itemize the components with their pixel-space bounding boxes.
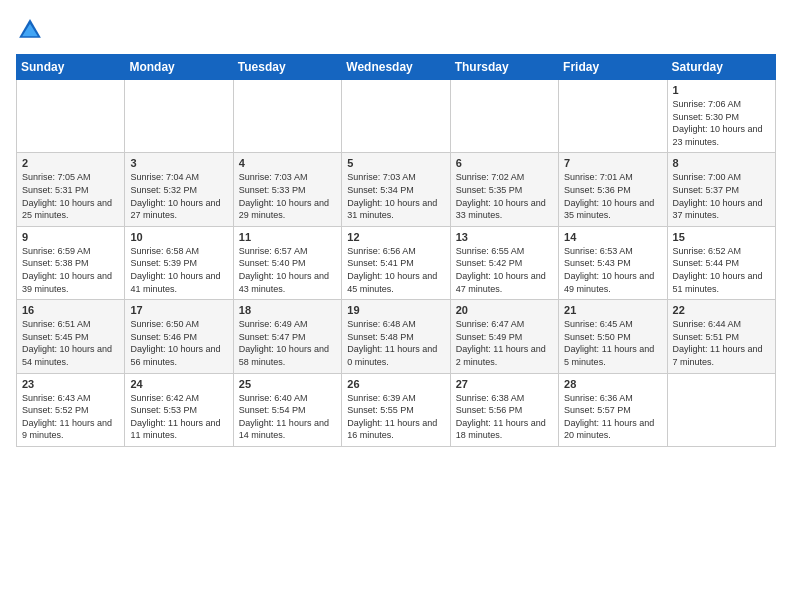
calendar-cell: 21Sunrise: 6:45 AM Sunset: 5:50 PM Dayli… (559, 300, 667, 373)
day-info: Sunrise: 6:47 AM Sunset: 5:49 PM Dayligh… (456, 318, 553, 368)
day-info: Sunrise: 7:06 AM Sunset: 5:30 PM Dayligh… (673, 98, 770, 148)
day-number: 6 (456, 157, 553, 169)
calendar-cell: 24Sunrise: 6:42 AM Sunset: 5:53 PM Dayli… (125, 373, 233, 446)
day-info: Sunrise: 6:38 AM Sunset: 5:56 PM Dayligh… (456, 392, 553, 442)
day-number: 13 (456, 231, 553, 243)
calendar-cell: 17Sunrise: 6:50 AM Sunset: 5:46 PM Dayli… (125, 300, 233, 373)
day-number: 25 (239, 378, 336, 390)
day-number: 5 (347, 157, 444, 169)
calendar-cell: 20Sunrise: 6:47 AM Sunset: 5:49 PM Dayli… (450, 300, 558, 373)
day-number: 24 (130, 378, 227, 390)
day-number: 18 (239, 304, 336, 316)
weekday-header-saturday: Saturday (667, 55, 775, 80)
calendar-cell: 5Sunrise: 7:03 AM Sunset: 5:34 PM Daylig… (342, 153, 450, 226)
calendar-cell (233, 80, 341, 153)
day-info: Sunrise: 6:48 AM Sunset: 5:48 PM Dayligh… (347, 318, 444, 368)
calendar-cell: 16Sunrise: 6:51 AM Sunset: 5:45 PM Dayli… (17, 300, 125, 373)
calendar-cell (342, 80, 450, 153)
calendar-cell: 9Sunrise: 6:59 AM Sunset: 5:38 PM Daylig… (17, 226, 125, 299)
weekday-header-sunday: Sunday (17, 55, 125, 80)
calendar-cell: 14Sunrise: 6:53 AM Sunset: 5:43 PM Dayli… (559, 226, 667, 299)
calendar-header: SundayMondayTuesdayWednesdayThursdayFrid… (17, 55, 776, 80)
week-row-2: 2Sunrise: 7:05 AM Sunset: 5:31 PM Daylig… (17, 153, 776, 226)
weekday-header-monday: Monday (125, 55, 233, 80)
weekday-header-thursday: Thursday (450, 55, 558, 80)
day-info: Sunrise: 6:40 AM Sunset: 5:54 PM Dayligh… (239, 392, 336, 442)
calendar-cell: 27Sunrise: 6:38 AM Sunset: 5:56 PM Dayli… (450, 373, 558, 446)
day-number: 27 (456, 378, 553, 390)
day-number: 12 (347, 231, 444, 243)
day-number: 26 (347, 378, 444, 390)
day-number: 3 (130, 157, 227, 169)
day-info: Sunrise: 7:03 AM Sunset: 5:33 PM Dayligh… (239, 171, 336, 221)
day-number: 15 (673, 231, 770, 243)
calendar-cell: 28Sunrise: 6:36 AM Sunset: 5:57 PM Dayli… (559, 373, 667, 446)
calendar-cell: 26Sunrise: 6:39 AM Sunset: 5:55 PM Dayli… (342, 373, 450, 446)
day-info: Sunrise: 6:36 AM Sunset: 5:57 PM Dayligh… (564, 392, 661, 442)
calendar-cell: 23Sunrise: 6:43 AM Sunset: 5:52 PM Dayli… (17, 373, 125, 446)
day-number: 8 (673, 157, 770, 169)
day-info: Sunrise: 6:56 AM Sunset: 5:41 PM Dayligh… (347, 245, 444, 295)
weekday-header-wednesday: Wednesday (342, 55, 450, 80)
calendar-cell (125, 80, 233, 153)
day-info: Sunrise: 6:49 AM Sunset: 5:47 PM Dayligh… (239, 318, 336, 368)
day-number: 20 (456, 304, 553, 316)
day-info: Sunrise: 6:58 AM Sunset: 5:39 PM Dayligh… (130, 245, 227, 295)
calendar-cell: 1Sunrise: 7:06 AM Sunset: 5:30 PM Daylig… (667, 80, 775, 153)
day-number: 2 (22, 157, 119, 169)
day-info: Sunrise: 7:02 AM Sunset: 5:35 PM Dayligh… (456, 171, 553, 221)
calendar-cell: 18Sunrise: 6:49 AM Sunset: 5:47 PM Dayli… (233, 300, 341, 373)
calendar-cell (17, 80, 125, 153)
calendar-cell: 22Sunrise: 6:44 AM Sunset: 5:51 PM Dayli… (667, 300, 775, 373)
calendar-cell: 4Sunrise: 7:03 AM Sunset: 5:33 PM Daylig… (233, 153, 341, 226)
calendar-cell (559, 80, 667, 153)
calendar-cell: 7Sunrise: 7:01 AM Sunset: 5:36 PM Daylig… (559, 153, 667, 226)
day-info: Sunrise: 6:52 AM Sunset: 5:44 PM Dayligh… (673, 245, 770, 295)
day-number: 22 (673, 304, 770, 316)
calendar-cell: 15Sunrise: 6:52 AM Sunset: 5:44 PM Dayli… (667, 226, 775, 299)
day-number: 16 (22, 304, 119, 316)
day-info: Sunrise: 6:45 AM Sunset: 5:50 PM Dayligh… (564, 318, 661, 368)
weekday-header-tuesday: Tuesday (233, 55, 341, 80)
calendar-cell: 2Sunrise: 7:05 AM Sunset: 5:31 PM Daylig… (17, 153, 125, 226)
day-number: 28 (564, 378, 661, 390)
day-number: 11 (239, 231, 336, 243)
calendar-cell: 8Sunrise: 7:00 AM Sunset: 5:37 PM Daylig… (667, 153, 775, 226)
day-number: 14 (564, 231, 661, 243)
calendar-cell (667, 373, 775, 446)
day-info: Sunrise: 7:05 AM Sunset: 5:31 PM Dayligh… (22, 171, 119, 221)
logo-icon (16, 16, 44, 44)
day-number: 10 (130, 231, 227, 243)
week-row-5: 23Sunrise: 6:43 AM Sunset: 5:52 PM Dayli… (17, 373, 776, 446)
calendar-cell: 19Sunrise: 6:48 AM Sunset: 5:48 PM Dayli… (342, 300, 450, 373)
day-info: Sunrise: 6:43 AM Sunset: 5:52 PM Dayligh… (22, 392, 119, 442)
day-info: Sunrise: 6:42 AM Sunset: 5:53 PM Dayligh… (130, 392, 227, 442)
day-info: Sunrise: 7:00 AM Sunset: 5:37 PM Dayligh… (673, 171, 770, 221)
calendar-cell: 12Sunrise: 6:56 AM Sunset: 5:41 PM Dayli… (342, 226, 450, 299)
day-info: Sunrise: 6:44 AM Sunset: 5:51 PM Dayligh… (673, 318, 770, 368)
page-header (16, 16, 776, 44)
day-number: 17 (130, 304, 227, 316)
day-info: Sunrise: 6:59 AM Sunset: 5:38 PM Dayligh… (22, 245, 119, 295)
day-number: 19 (347, 304, 444, 316)
day-info: Sunrise: 7:03 AM Sunset: 5:34 PM Dayligh… (347, 171, 444, 221)
day-info: Sunrise: 6:39 AM Sunset: 5:55 PM Dayligh… (347, 392, 444, 442)
day-number: 9 (22, 231, 119, 243)
calendar-cell: 6Sunrise: 7:02 AM Sunset: 5:35 PM Daylig… (450, 153, 558, 226)
calendar-table: SundayMondayTuesdayWednesdayThursdayFrid… (16, 54, 776, 447)
day-info: Sunrise: 6:57 AM Sunset: 5:40 PM Dayligh… (239, 245, 336, 295)
calendar-cell: 25Sunrise: 6:40 AM Sunset: 5:54 PM Dayli… (233, 373, 341, 446)
calendar-cell: 13Sunrise: 6:55 AM Sunset: 5:42 PM Dayli… (450, 226, 558, 299)
day-number: 1 (673, 84, 770, 96)
calendar-cell: 3Sunrise: 7:04 AM Sunset: 5:32 PM Daylig… (125, 153, 233, 226)
day-number: 21 (564, 304, 661, 316)
calendar-body: 1Sunrise: 7:06 AM Sunset: 5:30 PM Daylig… (17, 80, 776, 447)
week-row-4: 16Sunrise: 6:51 AM Sunset: 5:45 PM Dayli… (17, 300, 776, 373)
calendar-cell: 11Sunrise: 6:57 AM Sunset: 5:40 PM Dayli… (233, 226, 341, 299)
week-row-1: 1Sunrise: 7:06 AM Sunset: 5:30 PM Daylig… (17, 80, 776, 153)
day-info: Sunrise: 6:51 AM Sunset: 5:45 PM Dayligh… (22, 318, 119, 368)
day-info: Sunrise: 6:50 AM Sunset: 5:46 PM Dayligh… (130, 318, 227, 368)
calendar-cell (450, 80, 558, 153)
day-info: Sunrise: 7:04 AM Sunset: 5:32 PM Dayligh… (130, 171, 227, 221)
day-info: Sunrise: 6:55 AM Sunset: 5:42 PM Dayligh… (456, 245, 553, 295)
